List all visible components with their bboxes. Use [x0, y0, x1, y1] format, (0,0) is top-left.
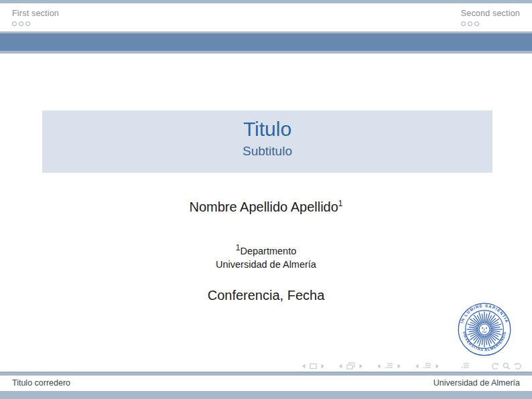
next-frame-icon[interactable] [358, 363, 364, 370]
slide-subtitle: Subtitulo [42, 145, 492, 159]
section-icon[interactable] [423, 362, 431, 370]
section-dots [461, 21, 520, 27]
university-seal-logo: IN LUMINE SAPIENTIA VNIVERSITAS ALMERIEN… [458, 303, 511, 356]
go-forward-icon[interactable] [514, 362, 523, 370]
frame-dot-icon[interactable] [19, 21, 23, 26]
author-line: Nombre Apellido Apellido1 [0, 199, 532, 215]
prev-slide-icon[interactable] [301, 363, 306, 370]
frame-dot-icon[interactable] [474, 21, 479, 26]
prev-section-icon[interactable] [414, 363, 419, 370]
slide: First section Second section Titulo Subt… [0, 0, 532, 399]
institute-university: Universidad de Almería [0, 258, 532, 271]
header-section-first[interactable]: First section [12, 9, 59, 27]
header-separator-bottom [0, 51, 532, 54]
go-back-icon[interactable] [490, 362, 499, 370]
frame-icon[interactable] [346, 362, 355, 370]
next-section-icon[interactable] [435, 363, 440, 370]
navigation-symbols [301, 361, 523, 371]
seal-face-eye [482, 327, 483, 329]
title-block: Titulo Subtitulo [42, 110, 492, 173]
footer-top-bar [0, 373, 532, 376]
institute-block: 1Departmento Universidad de Almería [0, 241, 532, 271]
frame-dot-icon[interactable] [12, 21, 17, 26]
frame-dot-icon[interactable] [461, 21, 466, 26]
section-label[interactable]: Second section [461, 9, 520, 18]
frame-dot-icon[interactable] [25, 21, 30, 26]
author-footnote-mark: 1 [338, 199, 343, 208]
footer-institution: Universidad de Almería [434, 378, 520, 388]
next-subsection-icon[interactable] [397, 363, 402, 370]
slide-title: Titulo [42, 118, 492, 140]
institute-department-line: 1Departmento [0, 241, 532, 258]
frame-dot-icon[interactable] [468, 21, 472, 26]
header-title-bar [0, 33, 532, 51]
footer-bottom-bar [0, 391, 532, 399]
header-section-second[interactable]: Second section [461, 9, 520, 27]
search-icon[interactable] [503, 362, 511, 370]
seal-face-eye [486, 327, 487, 329]
header-top-bar [0, 0, 532, 3]
next-slide-icon[interactable] [320, 363, 326, 370]
conference-date-line: Conferencia, Fecha [0, 288, 532, 303]
author-name: Nombre Apellido Apellido [189, 200, 338, 214]
section-dots [12, 21, 59, 27]
section-label[interactable]: First section [12, 9, 59, 18]
slide-icon[interactable] [310, 363, 317, 370]
prev-frame-icon[interactable] [338, 363, 343, 370]
prev-subsection-icon[interactable] [376, 363, 381, 370]
institute-department: Departmento [240, 246, 296, 256]
document-icon[interactable] [461, 362, 470, 370]
footer-short-title: Titulo corredero [12, 378, 70, 388]
subsection-icon[interactable] [385, 362, 393, 370]
